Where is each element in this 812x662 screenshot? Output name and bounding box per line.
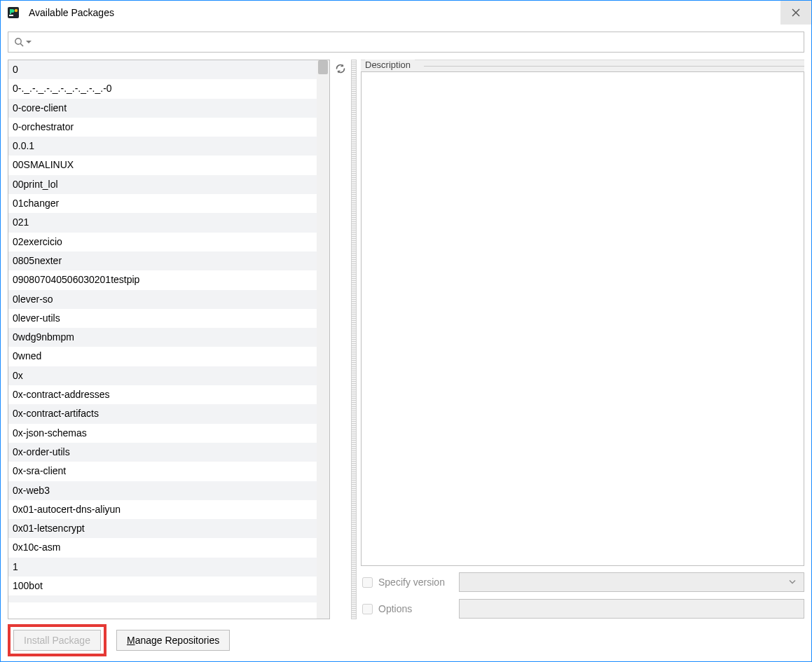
package-row[interactable]: 0-core-client: [8, 99, 317, 118]
search-box[interactable]: [8, 32, 804, 53]
options-text: Options: [378, 603, 412, 614]
package-row[interactable]: [8, 595, 317, 602]
refresh-button[interactable]: [330, 60, 351, 619]
window-title: Available Packages: [26, 7, 780, 18]
search-icon: [14, 37, 24, 47]
package-row[interactable]: 090807040506030201testpip: [8, 270, 317, 289]
package-row[interactable]: 0x-web3: [8, 481, 317, 500]
mnemonic-m: M: [127, 635, 135, 646]
scrollbar-thumb[interactable]: [318, 60, 328, 74]
content-area: 00-._.-._.-._.-._.-._.-._.-00-core-clien…: [1, 60, 811, 619]
description-label: Description: [361, 60, 804, 71]
package-row[interactable]: 0wdg9nbmpm: [8, 328, 317, 347]
package-row[interactable]: 0x10c-asm: [8, 538, 317, 557]
package-row[interactable]: 0x-contract-artifacts: [8, 404, 317, 423]
specify-version-text: Specify version: [378, 577, 445, 588]
search-row: [1, 25, 811, 60]
package-row[interactable]: 0.0.1: [8, 137, 317, 156]
right-column: Description Specify version Opti: [357, 60, 804, 619]
svg-rect-0: [8, 7, 19, 18]
manage-repositories-button[interactable]: Manage Repositories: [116, 630, 230, 651]
package-row[interactable]: 0: [8, 60, 317, 79]
package-row[interactable]: 0x-json-schemas: [8, 424, 317, 443]
install-package-button[interactable]: Install Package: [13, 630, 101, 651]
available-packages-dialog: Available Packages 00-._.-._.-._.-._.-.: [0, 0, 812, 662]
search-options-dropdown-icon[interactable]: [26, 41, 32, 43]
specify-version-label[interactable]: Specify version: [361, 577, 459, 588]
package-row[interactable]: 0lever-so: [8, 290, 317, 309]
refresh-icon: [334, 62, 347, 75]
options-row: Options: [361, 598, 804, 619]
svg-rect-1: [9, 15, 13, 16]
package-row[interactable]: 0x01-letsencrypt: [8, 519, 317, 538]
specify-version-checkbox[interactable]: [362, 577, 373, 588]
description-box: [361, 71, 804, 566]
package-list-container: 00-._.-._.-._.-._.-._.-._.-00-core-clien…: [8, 60, 330, 619]
close-button[interactable]: [780, 1, 811, 25]
package-row[interactable]: 02exercicio: [8, 233, 317, 251]
package-row[interactable]: 0lever-utils: [8, 309, 317, 328]
bottom-bar: Install Package Manage Repositories: [1, 619, 811, 661]
package-row[interactable]: 0x-order-utils: [8, 443, 317, 462]
left-column: 00-._.-._.-._.-._.-._.-._.-00-core-clien…: [8, 60, 351, 619]
package-row[interactable]: 01changer: [8, 194, 317, 213]
package-list-scrollbar[interactable]: [317, 60, 329, 619]
chevron-down-icon: [788, 577, 797, 588]
package-row[interactable]: 0wned: [8, 347, 317, 366]
options-label[interactable]: Options: [361, 603, 459, 614]
svg-point-5: [15, 39, 21, 44]
splitter[interactable]: [351, 60, 357, 619]
pycharm-icon: [8, 7, 19, 18]
package-row[interactable]: 0x-sra-client: [8, 462, 317, 481]
install-highlight-annotation: Install Package: [8, 624, 106, 656]
package-row[interactable]: 0x01-autocert-dns-aliyun: [8, 500, 317, 519]
package-row[interactable]: 0x-contract-addresses: [8, 385, 317, 404]
package-row[interactable]: 00SMALINUX: [8, 156, 317, 174]
svg-line-6: [20, 43, 23, 46]
svg-point-2: [15, 9, 18, 12]
package-row[interactable]: 00print_lol: [8, 175, 317, 194]
package-list[interactable]: 00-._.-._.-._.-._.-._.-._.-00-core-clien…: [8, 60, 317, 619]
titlebar: Available Packages: [1, 1, 811, 25]
package-row[interactable]: 100bot: [8, 577, 317, 595]
package-row[interactable]: 0805nexter: [8, 251, 317, 270]
package-row[interactable]: 021: [8, 213, 317, 232]
package-row[interactable]: 1: [8, 558, 317, 577]
package-row[interactable]: 0-._.-._.-._.-._.-._.-._.-0: [8, 79, 317, 98]
package-row[interactable]: 0-orchestrator: [8, 118, 317, 137]
search-input[interactable]: [36, 36, 798, 48]
close-icon: [791, 8, 801, 18]
package-row[interactable]: 0x: [8, 366, 317, 385]
version-select[interactable]: [459, 572, 804, 592]
options-input[interactable]: [459, 599, 804, 619]
specify-version-row: Specify version: [361, 572, 804, 593]
options-checkbox[interactable]: [362, 604, 373, 614]
manage-repositories-text: anage Repositories: [135, 635, 220, 646]
